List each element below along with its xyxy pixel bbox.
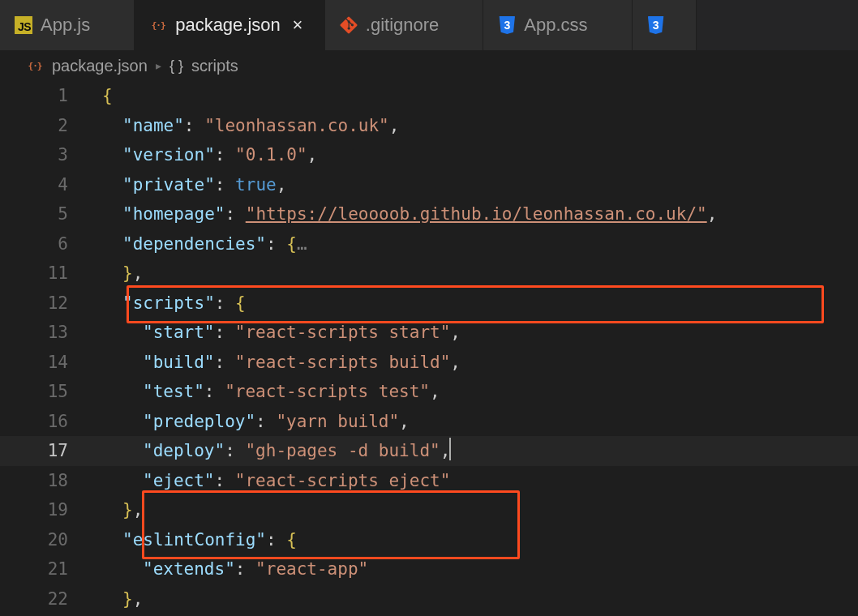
json-key: "scripts" bbox=[122, 293, 215, 313]
line-number: 18 bbox=[0, 466, 78, 496]
tab-app-css[interactable]: 3 App.css × bbox=[483, 0, 632, 50]
line-number: 21 bbox=[0, 554, 78, 584]
json-string: "leonhassan.co.uk" bbox=[204, 116, 389, 135]
breadcrumb-symbol[interactable]: scripts bbox=[191, 57, 238, 75]
breadcrumb-file[interactable]: package.json bbox=[52, 57, 148, 75]
chevron-right-icon: ▸ bbox=[156, 59, 161, 72]
json-string: "0.1.0" bbox=[235, 145, 307, 165]
json-key: "predeploy" bbox=[143, 412, 255, 431]
json-key: "extends" bbox=[143, 559, 235, 579]
json-key: "private" bbox=[122, 175, 215, 195]
line-number: 3 bbox=[0, 140, 78, 170]
json-key: "eject" bbox=[143, 471, 215, 490]
text-cursor bbox=[449, 438, 451, 460]
line-number: 19 bbox=[0, 495, 78, 525]
git-icon bbox=[340, 16, 358, 34]
tab-label: .gitignore bbox=[366, 15, 440, 36]
line-number: 13 bbox=[0, 318, 78, 348]
json-key: "dependencies" bbox=[122, 234, 266, 254]
tab-css-partial[interactable]: 3 × bbox=[633, 0, 697, 50]
tab-label: App.js bbox=[41, 15, 90, 36]
line-number: 20 bbox=[0, 525, 78, 555]
tab-bar: JS App.js × {·} package.json × .gitignor… bbox=[0, 0, 858, 50]
json-key: "deploy" bbox=[143, 441, 225, 460]
line-number: 6 bbox=[0, 229, 78, 259]
close-icon[interactable]: × bbox=[289, 15, 307, 36]
css-icon: 3 bbox=[498, 16, 516, 34]
js-icon: JS bbox=[15, 16, 32, 34]
tab-label: package.json bbox=[175, 15, 281, 36]
line-number: 14 bbox=[0, 348, 78, 378]
tab-label: App.css bbox=[524, 15, 587, 36]
json-key: "build" bbox=[143, 353, 215, 372]
json-string: "react-scripts start" bbox=[235, 323, 451, 342]
line-number: 12 bbox=[0, 289, 78, 319]
json-key: "name" bbox=[122, 116, 184, 135]
folded-ellipsis[interactable]: … bbox=[297, 234, 307, 254]
json-string: "react-app" bbox=[255, 559, 368, 579]
json-string: "react-scripts test" bbox=[225, 382, 430, 401]
line-number: 4 bbox=[0, 170, 78, 200]
line-number: 11 bbox=[0, 259, 78, 289]
json-key: "homepage" bbox=[122, 204, 225, 224]
css-icon: 3 bbox=[647, 16, 665, 34]
line-number: 16 bbox=[0, 407, 78, 437]
tab-package-json[interactable]: {·} package.json × bbox=[135, 0, 325, 50]
json-string: "gh-pages -d build" bbox=[245, 441, 440, 460]
line-number: 17 bbox=[0, 436, 78, 466]
editor[interactable]: 1{ 2"name": "leonhassan.co.uk", 3"versio… bbox=[0, 81, 858, 614]
json-string: "yarn build" bbox=[276, 412, 399, 431]
symbol-kind-icon: { } bbox=[169, 58, 183, 75]
json-key: "test" bbox=[143, 382, 204, 401]
json-icon: {·} bbox=[26, 57, 44, 75]
line-number: 22 bbox=[0, 584, 78, 614]
json-constant: true bbox=[235, 175, 277, 195]
json-icon: {·} bbox=[149, 16, 167, 34]
breadcrumb: {·} package.json ▸ { } scripts bbox=[0, 50, 858, 81]
json-key: "version" bbox=[122, 145, 215, 165]
json-string: "react-scripts build" bbox=[235, 353, 451, 372]
json-key: "start" bbox=[143, 323, 215, 342]
json-string: "react-scripts eject" bbox=[235, 471, 451, 490]
json-key: "eslintConfig" bbox=[122, 530, 266, 550]
line-number: 2 bbox=[0, 111, 78, 141]
line-number: 1 bbox=[0, 81, 78, 111]
line-number: 15 bbox=[0, 377, 78, 407]
line-number: 5 bbox=[0, 199, 78, 229]
json-string: "https://leoooob.github.io/leonhassan.co… bbox=[246, 204, 707, 224]
tab-gitignore[interactable]: .gitignore × bbox=[325, 0, 484, 50]
tab-app-js[interactable]: JS App.js × bbox=[0, 0, 135, 50]
